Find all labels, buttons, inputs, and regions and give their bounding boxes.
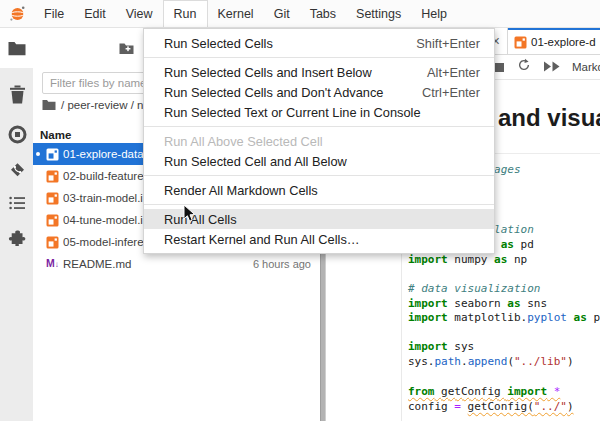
code-line: sys.path.append("../lib") <box>408 355 574 368</box>
menu-item-label: Run All Cells <box>164 212 480 227</box>
menu-separator <box>144 175 494 176</box>
notebook-icon <box>46 214 59 227</box>
menu-item-label: Run All Above Selected Cell <box>164 134 480 149</box>
new-folder-icon[interactable] <box>118 40 135 57</box>
new-launcher-button[interactable]: + <box>44 38 108 59</box>
notebook-icon <box>46 170 59 183</box>
menu-item-run-selected-cells-and-don-t-advance[interactable]: Run Selected Cells and Don't AdvanceCtrl… <box>144 82 494 102</box>
menu-bar: FileEditViewRunKernelGitTabsSettingsHelp <box>0 0 600 28</box>
extensions-icon[interactable] <box>7 227 27 247</box>
file-name: 05-model-infere <box>63 236 144 248</box>
trash-icon[interactable] <box>7 84 27 104</box>
code-line: import seaborn as sns <box>408 297 547 310</box>
menubar-items: FileEditViewRunKernelGitTabsSettingsHelp <box>34 0 457 27</box>
code-line: # data visualization <box>408 282 540 295</box>
code-line: import matplotlib.pyplot as plt <box>408 311 600 324</box>
menu-item-label: Run Selected Cells and Don't Advance <box>164 85 422 100</box>
menubar-item-kernel[interactable]: Kernel <box>208 0 264 27</box>
menu-item-label: Run Selected Text or Current Line in Con… <box>164 105 480 120</box>
jupyterlab-window: FileEditViewRunKernelGitTabsSettingsHelp… <box>0 0 600 421</box>
menubar-item-help[interactable]: Help <box>411 0 457 27</box>
menu-item-render-all-markdown-cells[interactable]: Render All Markdown Cells <box>144 180 494 200</box>
file-row-readme-md[interactable]: M↓README.md6 hours ago <box>33 253 320 275</box>
menu-item-restart-kernel-and-run-all-cells[interactable]: Restart Kernel and Run All Cells… <box>144 229 494 249</box>
menubar-item-edit[interactable]: Edit <box>74 0 116 27</box>
git-icon[interactable] <box>7 159 27 179</box>
menubar-item-settings[interactable]: Settings <box>346 0 411 27</box>
file-name: 02-build-feature <box>63 170 144 182</box>
markdown-icon: M↓ <box>46 257 59 271</box>
code-line: config = getConfig("../") <box>408 400 574 413</box>
menu-item-label: Run Selected Cells and Insert Below <box>164 65 427 80</box>
menubar-item-git[interactable]: Git <box>264 0 300 27</box>
menu-item-shortcut: Shift+Enter <box>416 36 480 51</box>
folder-icon <box>42 99 56 111</box>
code-line: from getConfig import * <box>408 385 560 398</box>
menubar-item-view[interactable]: View <box>116 0 163 27</box>
mouse-cursor <box>183 204 196 227</box>
menubar-item-run[interactable]: Run <box>163 0 208 27</box>
code-line: import numpy as np <box>408 253 527 266</box>
file-name: 01-explore-data <box>63 148 144 160</box>
jupyter-logo-icon <box>0 0 34 27</box>
file-name: README.md <box>63 258 131 270</box>
menu-item-run-selected-text-or-current-line-in-console[interactable]: Run Selected Text or Current Line in Con… <box>144 102 494 122</box>
menu-item-label: Render All Markdown Cells <box>164 183 480 198</box>
file-last-modified: 6 hours ago <box>253 258 320 270</box>
code-line: import sys <box>408 340 474 353</box>
running-icon[interactable] <box>7 124 27 144</box>
menu-separator <box>144 204 494 205</box>
notebook-icon <box>46 192 59 205</box>
breadcrumb[interactable]: / peer-review / n <box>42 97 143 113</box>
unsaved-dot <box>36 152 40 156</box>
menu-item-shortcut: Alt+Enter <box>427 65 480 80</box>
menu-item-run-selected-cells-and-insert-below[interactable]: Run Selected Cells and Insert BelowAlt+E… <box>144 62 494 82</box>
menu-item-run-selected-cells[interactable]: Run Selected CellsShift+Enter <box>144 33 494 53</box>
notebook-icon <box>46 236 59 249</box>
left-sidebar <box>0 28 33 421</box>
menubar-item-file[interactable]: File <box>34 0 74 27</box>
file-name: 04-tune-model.i <box>63 214 143 226</box>
menu-separator <box>144 126 494 127</box>
breadcrumb-path: / peer-review / n <box>61 99 143 111</box>
menu-item-run-all-above-selected-cell[interactable]: Run All Above Selected Cell <box>144 131 494 151</box>
name-column-header[interactable]: Name <box>40 129 71 141</box>
folder-icon[interactable] <box>7 38 27 58</box>
menu-item-run-all-cells[interactable]: Run All Cells <box>144 209 494 229</box>
menu-item-label: Restart Kernel and Run All Cells… <box>164 232 480 247</box>
notebook-icon <box>46 148 59 161</box>
file-name: 03-train-model.i <box>63 192 143 204</box>
toc-icon[interactable] <box>7 193 27 213</box>
menubar-item-tabs[interactable]: Tabs <box>300 0 346 27</box>
menu-item-label: Run Selected Cell and All Below <box>164 154 480 169</box>
menu-item-run-selected-cell-and-all-below[interactable]: Run Selected Cell and All Below <box>144 151 494 171</box>
menu-item-label: Run Selected Cells <box>164 36 416 51</box>
menu-separator <box>144 57 494 58</box>
menu-item-shortcut: Ctrl+Enter <box>422 85 480 100</box>
